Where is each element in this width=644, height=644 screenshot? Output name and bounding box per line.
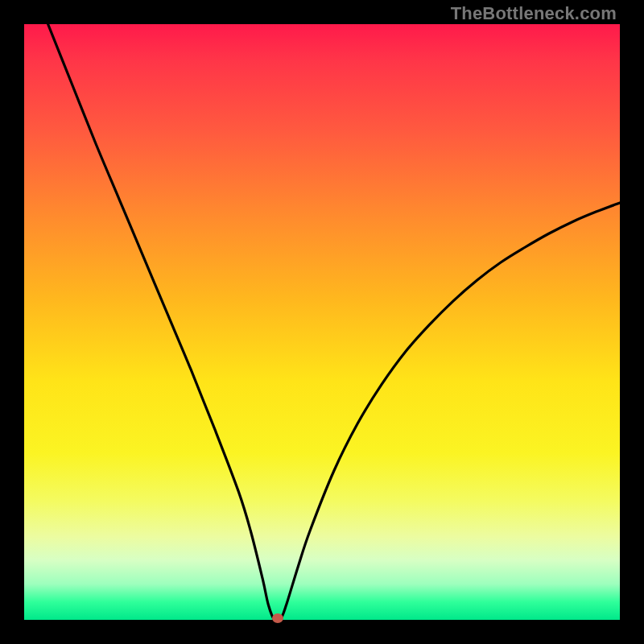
minimum-marker [272, 613, 283, 623]
bottleneck-curve [24, 24, 620, 620]
chart-frame: TheBottleneck.com [0, 0, 644, 644]
curve-path [48, 24, 620, 620]
plot-area [24, 24, 620, 620]
watermark-text: TheBottleneck.com [451, 3, 617, 24]
